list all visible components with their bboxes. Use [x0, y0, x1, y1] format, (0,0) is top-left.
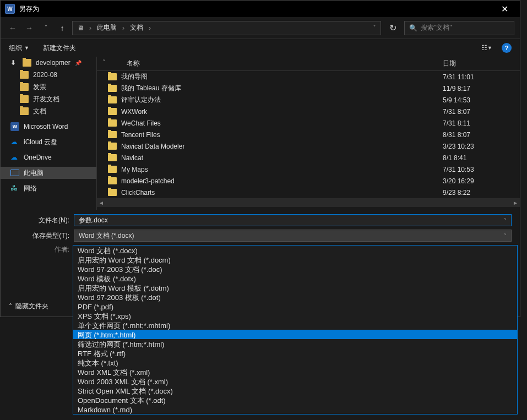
filetype-option[interactable]: 单个文件网页 (*.mht;*.mhtml)	[73, 320, 517, 330]
chevron-down-icon[interactable]: ˅	[504, 217, 507, 223]
sidebar-item-onedrive[interactable]: ☁OneDrive	[1, 151, 96, 163]
search-icon: 🔍	[409, 24, 417, 32]
scroll-right-arrow[interactable]: ►	[511, 200, 520, 206]
titlebar: W 另存为 ✕	[1, 1, 520, 17]
folder-icon	[108, 166, 117, 173]
breadcrumb-sep: ›	[89, 24, 91, 32]
toolbar: 组织 ▼ 新建文件夹 ☷ ▼ ?	[1, 39, 520, 57]
file-date-text: 7/31 8:11	[443, 119, 514, 127]
folder-icon	[108, 177, 117, 184]
folder-icon	[108, 143, 117, 150]
filetype-option[interactable]: Word XML 文档 (*.xml)	[73, 367, 517, 377]
address-bar[interactable]: 🖥 › 此电脑 › 文档 › ˅	[72, 21, 381, 35]
folder-icon	[20, 107, 29, 115]
filetype-option[interactable]: Markdown (*.md)	[73, 405, 517, 414]
sidebar-item-label: 网络	[24, 184, 37, 193]
filetype-option[interactable]: PDF (*.pdf)	[73, 302, 517, 311]
filetype-option[interactable]: 网页 (*.htm;*.html)	[73, 330, 517, 339]
filetype-option[interactable]: 筛选过的网页 (*.htm;*.html)	[73, 339, 517, 348]
sidebar: ⬇developmer📌2020-08发票开发文档文档WMicrosoft Wo…	[1, 57, 97, 210]
file-row[interactable]: ClickCharts9/23 8:22	[97, 187, 520, 198]
sidebar-item-文档[interactable]: 文档	[1, 105, 96, 117]
filename-label: 文件名(N):	[9, 216, 69, 225]
filetype-option[interactable]: XPS 文档 (*.xps)	[73, 311, 517, 320]
file-row[interactable]: WeChat Files7/31 8:11	[97, 117, 520, 129]
recent-dropdown[interactable]: ˅	[39, 24, 52, 32]
address-dropdown[interactable]: ˅	[373, 24, 376, 32]
filetype-option[interactable]: Word 2003 XML 文档 (*.xml)	[73, 377, 517, 386]
file-row[interactable]: Tencent Files8/31 8:07	[97, 129, 520, 140]
file-row[interactable]: 我的 Tableau 存储库11/9 8:17	[97, 83, 520, 94]
file-row[interactable]: Navicat Data Modeler3/23 10:23	[97, 140, 520, 152]
file-name-text: WXWork	[121, 108, 147, 116]
breadcrumb-root[interactable]: 此电脑	[97, 23, 117, 32]
breadcrumb-folder[interactable]: 文档	[130, 23, 143, 32]
filetype-option[interactable]: Word 97-2003 模板 (*.dot)	[73, 292, 517, 302]
sidebar-item-label: 此电脑	[24, 168, 44, 178]
file-name-text: Navicat Data Modeler	[121, 143, 184, 150]
horizontal-scrollbar[interactable]: ◄ ►	[97, 198, 520, 207]
filetype-option[interactable]: Word 文档 (*.docx)	[73, 246, 517, 255]
new-folder-button[interactable]: 新建文件夹	[43, 43, 76, 53]
file-row[interactable]: modeler3-patched3/20 16:29	[97, 175, 520, 187]
file-row[interactable]: Navicat8/1 8:41	[97, 152, 520, 163]
folder-icon	[20, 71, 29, 79]
filetype-dropdown-list[interactable]: Word 文档 (*.docx)启用宏的 Word 文档 (*.docm)Wor…	[73, 245, 518, 414]
filetype-label: 保存类型(T):	[9, 231, 69, 241]
network-icon: 🖧	[10, 184, 19, 193]
file-name-text: Tencent Files	[121, 131, 160, 139]
sidebar-item-网络[interactable]: 🖧网络	[1, 182, 96, 194]
quick-access-icon: ⬇	[10, 59, 18, 67]
filetype-option[interactable]: 启用宏的 Word 文档 (*.docm)	[73, 255, 517, 264]
organize-button[interactable]: 组织 ▼	[9, 43, 29, 53]
file-date-text: 3/23 10:23	[443, 143, 514, 150]
sidebar-item-label: 2020-08	[33, 71, 57, 79]
file-date-text: 7/31 11:01	[443, 73, 514, 81]
filetype-option[interactable]: Word 模板 (*.dotx)	[73, 274, 517, 283]
sidebar-item-label: iCloud 云盘	[24, 138, 57, 147]
expand-arrow[interactable]: ˅	[102, 59, 110, 68]
sidebar-item-developmer[interactable]: ⬇developmer📌	[1, 57, 96, 69]
filetype-option[interactable]: 纯文本 (*.txt)	[73, 358, 517, 367]
file-row[interactable]: My Maps7/31 10:53	[97, 163, 520, 175]
view-options-button[interactable]: ☷ ▼	[480, 42, 493, 53]
sidebar-item-2020-08[interactable]: 2020-08	[1, 69, 96, 81]
sidebar-item-开发文档[interactable]: 开发文档	[1, 93, 96, 105]
filetype-option[interactable]: OpenDocument 文本 (*.odt)	[73, 395, 517, 405]
sidebar-item-发票[interactable]: 发票	[1, 81, 96, 93]
filetype-option[interactable]: RTF 格式 (*.rtf)	[73, 348, 517, 358]
sidebar-item-label: OneDrive	[24, 154, 52, 161]
filename-input[interactable]: 参数.docx ˅	[74, 214, 512, 226]
pc-icon: 🖥	[77, 24, 84, 32]
file-date-text: 7/31 8:07	[443, 108, 514, 116]
chevron-down-icon[interactable]: ˅	[504, 233, 507, 239]
pin-icon: 📌	[75, 60, 82, 66]
file-name-text: 我的 Tableau 存储库	[121, 84, 181, 93]
help-button[interactable]: ?	[502, 43, 512, 53]
sidebar-item-此电脑[interactable]: 此电脑	[1, 167, 96, 179]
column-date-header[interactable]: 日期	[443, 59, 514, 68]
hide-folders-toggle[interactable]: ˄ 隐藏文件夹	[9, 302, 48, 311]
filetype-option[interactable]: 启用宏的 Word 模板 (*.dotm)	[73, 283, 517, 292]
close-button[interactable]: ✕	[493, 1, 515, 17]
file-row[interactable]: 评审认定办法5/9 14:53	[97, 94, 520, 106]
scroll-left-arrow[interactable]: ◄	[97, 200, 106, 206]
file-row[interactable]: WXWork7/31 8:07	[97, 106, 520, 117]
forward-button[interactable]: →	[23, 24, 36, 32]
file-name-text: 我的导图	[121, 72, 148, 81]
filetype-dropdown[interactable]: Word 文档 (*.docx) ˅	[74, 230, 512, 242]
column-name-header[interactable]: 名称	[110, 59, 443, 68]
file-date-text: 3/20 16:29	[443, 177, 514, 185]
back-button[interactable]: ←	[6, 24, 19, 32]
folder-icon	[20, 83, 29, 91]
word-icon: W	[10, 122, 19, 131]
file-row[interactable]: 我的导图7/31 11:01	[97, 71, 520, 83]
filetype-option[interactable]: Strict Open XML 文档 (*.docx)	[73, 386, 517, 395]
search-box[interactable]: 🔍 搜索"文档"	[404, 21, 514, 35]
up-button[interactable]: ↑	[56, 24, 69, 32]
sidebar-item-microsoft-word[interactable]: WMicrosoft Word	[1, 121, 96, 133]
refresh-button[interactable]: ↻	[384, 23, 401, 33]
file-date-text: 8/31 8:07	[443, 131, 514, 139]
sidebar-item-icloud-云盘[interactable]: ☁iCloud 云盘	[1, 136, 96, 148]
filetype-option[interactable]: Word 97-2003 文档 (*.doc)	[73, 264, 517, 274]
